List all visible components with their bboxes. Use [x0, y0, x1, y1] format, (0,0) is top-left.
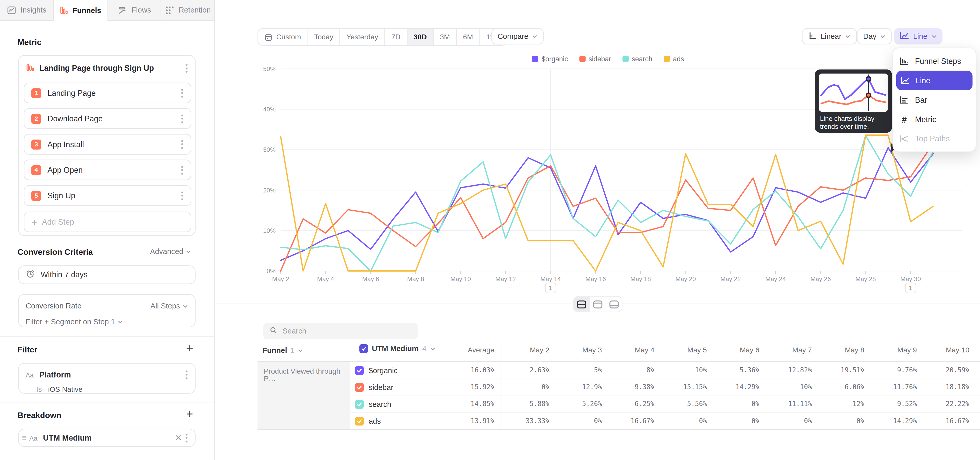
layout-toggle-split-view[interactable]	[574, 297, 589, 311]
funnel-step-4[interactable]: 4 App Open	[24, 160, 191, 180]
column-header[interactable]: May 5	[651, 346, 707, 353]
table-search[interactable]: Search	[263, 323, 418, 339]
chevron-down-icon	[118, 319, 123, 324]
range-7d[interactable]: 7D	[384, 29, 407, 45]
step-menu-button[interactable]	[179, 163, 186, 177]
step-label: Download Page	[48, 114, 172, 123]
sidebar-section-divider	[0, 336, 215, 337]
plus-icon: +	[32, 217, 37, 226]
table-cell: 14.29%	[703, 383, 759, 390]
column-header[interactable]: May 7	[756, 346, 812, 353]
tab-insights[interactable]: Insights	[0, 0, 54, 21]
filter-menu-button[interactable]	[183, 368, 190, 382]
granularity-dropdown[interactable]: Day	[857, 28, 892, 45]
series-checkbox[interactable]	[355, 383, 364, 391]
table-cell: 5.36%	[703, 366, 759, 374]
range-6m[interactable]: 6M	[456, 29, 479, 45]
breakdown-card: Aa UTM Medium	[18, 429, 196, 447]
tab-retention[interactable]: Retention	[161, 0, 215, 21]
legend-item[interactable]: $organic	[532, 55, 568, 62]
filter-operator: Is	[36, 386, 42, 393]
menu-item-line[interactable]: Line	[896, 71, 973, 90]
filter-property: Platform	[39, 370, 183, 379]
svg-text:40%: 40%	[263, 106, 275, 113]
table-cell: 0%	[703, 400, 759, 407]
svg-text:May 10: May 10	[450, 275, 471, 283]
add-filter-button[interactable]	[186, 343, 194, 355]
column-header[interactable]: May 4	[598, 346, 654, 353]
funnel-step-3[interactable]: 3 App Install	[24, 134, 191, 155]
table-line	[258, 429, 980, 430]
chart-type-dropdown[interactable]: Line	[894, 28, 942, 45]
range-custom[interactable]: Custom	[258, 29, 307, 45]
step-menu-button[interactable]	[179, 137, 186, 151]
search-icon	[269, 325, 278, 337]
menu-item-bar[interactable]: Bar	[893, 90, 976, 110]
layout-toggle-chart-only[interactable]	[589, 297, 606, 311]
tab-flows[interactable]: Flows	[107, 0, 161, 21]
add-breakdown-button[interactable]	[186, 409, 194, 421]
series-checkbox[interactable]	[355, 400, 364, 408]
add-step-button[interactable]: + Add Step	[24, 212, 191, 232]
step-menu-button[interactable]	[179, 86, 186, 100]
svg-text:0%: 0%	[267, 268, 275, 275]
series-checkbox[interactable]	[355, 366, 364, 374]
table-cell: 9.52%	[861, 400, 917, 407]
range-30d[interactable]: 30D	[407, 29, 433, 45]
advanced-dropdown[interactable]: Advanced	[150, 247, 192, 256]
funnel-step-5[interactable]: 5 Sign Up	[24, 185, 191, 206]
legend-item[interactable]: search	[622, 55, 652, 62]
filter-segment-dropdown[interactable]: Filter + Segment on Step 1	[19, 315, 195, 329]
chevron-down-icon	[845, 34, 851, 39]
column-header[interactable]: Average	[438, 346, 494, 353]
column-header[interactable]: May 2	[493, 346, 549, 353]
chevron-down-icon[interactable]	[430, 346, 436, 351]
compare-button[interactable]: Compare	[491, 28, 544, 45]
column-header[interactable]: May 3	[546, 346, 602, 353]
layout-toggle-table-only[interactable]	[606, 297, 622, 311]
chevron-down-icon	[186, 249, 191, 254]
legend-item[interactable]: ads	[663, 55, 684, 62]
table-cell: 15.15%	[651, 383, 707, 390]
select-all-checkbox[interactable]	[360, 344, 368, 353]
column-header[interactable]: May 8	[808, 346, 864, 353]
range-today[interactable]: Today	[307, 29, 340, 45]
filter-value[interactable]: iOS Native	[48, 386, 83, 393]
funnel-menu-button[interactable]	[183, 61, 190, 75]
remove-breakdown-button[interactable]	[174, 433, 183, 442]
table-cell: 6.06%	[808, 383, 864, 390]
funnel-step-2[interactable]: 2 Download Page	[24, 109, 191, 129]
range-yesterday[interactable]: Yesterday	[340, 29, 385, 45]
column-header[interactable]: May 6	[703, 346, 759, 353]
chevron-down-icon	[880, 34, 886, 39]
legend-item[interactable]: sidebar	[579, 55, 611, 62]
breakdown-menu-button[interactable]	[183, 431, 190, 445]
column-header[interactable]: May 10	[913, 346, 969, 353]
table-cell: 6.25%	[598, 400, 654, 407]
step-menu-button[interactable]	[179, 188, 186, 203]
step-label: Landing Page	[48, 89, 172, 97]
table-cell: 2.63%	[493, 366, 549, 374]
svg-text:May 28: May 28	[856, 275, 876, 283]
funnel-step-1[interactable]: 1 Landing Page	[24, 83, 191, 103]
menu-item-label: Funnel Steps	[915, 57, 961, 65]
chart-legend: $organicsidebarsearchads	[390, 55, 827, 62]
series-checkbox[interactable]	[355, 417, 364, 425]
range-3m[interactable]: 3M	[433, 29, 456, 45]
tab-funnels[interactable]: Funnels	[54, 0, 108, 21]
step-menu-button[interactable]	[179, 112, 186, 126]
funnel-cell[interactable]: Product Viewed through P…	[258, 363, 350, 429]
table-row: ads	[355, 412, 381, 429]
conversion-rate-dropdown[interactable]: All Steps	[150, 302, 188, 310]
legend-swatch	[579, 56, 585, 62]
scale-dropdown[interactable]: Linear	[802, 28, 857, 45]
drag-handle-icon[interactable]	[21, 432, 27, 443]
menu-item-funnel-steps[interactable]: Funnel Steps	[893, 51, 976, 71]
table-cell: 0%	[703, 417, 759, 424]
conversion-window-card[interactable]: Within 7 days	[18, 265, 196, 284]
svg-text:May 24: May 24	[765, 275, 786, 283]
menu-item-metric[interactable]: # Metric	[893, 110, 976, 129]
column-header[interactable]: May 9	[861, 346, 917, 353]
funnel-column-dropdown[interactable]: Funnel 1	[262, 346, 303, 355]
breakdown-section-label: Breakdown	[18, 410, 62, 420]
